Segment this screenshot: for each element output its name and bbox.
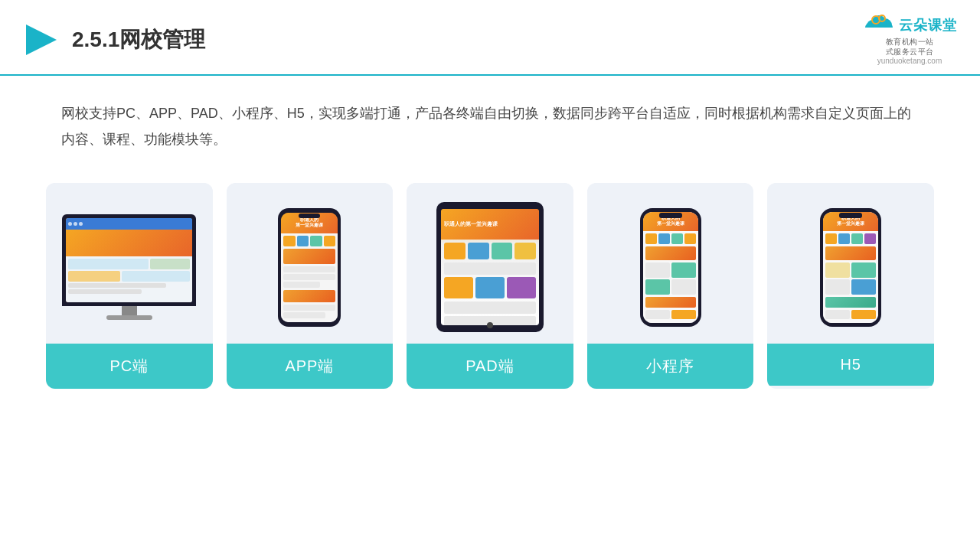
card-pc-image [46,183,213,344]
card-pad-label: PAD端 [407,344,573,389]
pad-top-text: 职通人的第一堂兴趣课 [444,220,498,228]
card-pc-label: PC端 [46,344,213,389]
phone-h5-frame: 职通人的第一堂兴趣课 [820,208,881,327]
pad-top-area: 职通人的第一堂兴趣课 [441,209,539,240]
card-h5-image: 职通人的第一堂兴趣课 [767,183,934,344]
card-miniprogram: 职通人的第一堂兴趣课 [587,183,754,389]
logo-cloud: 云朵课堂 [862,14,957,37]
phone-h5-screen: 职通人的第一堂兴趣课 [823,212,878,323]
logo-subtitle: 教育机构一站 式服务云平台 [886,37,934,57]
cards-container: PC端 职通人的第一堂兴趣课 [0,152,980,389]
logo-text: 云朵课堂 [899,16,957,34]
card-h5: 职通人的第一堂兴趣课 [767,183,934,389]
phone-notch [299,214,320,218]
pad-screen: 职通人的第一堂兴趣课 [441,209,539,325]
monitor-neck [122,306,137,315]
card-pad: 职通人的第一堂兴趣课 [407,183,573,389]
phone-mini-screen: 职通人的第一堂兴趣课 [643,212,698,323]
play-icon [23,21,60,58]
monitor-screen [66,218,192,302]
card-app-label: APP端 [227,344,394,389]
logo-url: yunduoketang.com [877,57,942,65]
logo-area: 云朵课堂 教育机构一站 式服务云平台 yunduoketang.com [862,14,957,65]
phone-mini-frame: 职通人的第一堂兴趣课 [640,208,701,327]
phone-mini-notch [659,213,682,218]
card-pad-image: 职通人的第一堂兴趣课 [407,183,573,344]
svg-rect-5 [865,28,893,35]
card-mini-label: 小程序 [587,344,754,389]
phone-app-screen: 职通人的第一堂兴趣课 [281,213,338,322]
monitor-base [106,315,152,320]
pc-monitor [58,214,200,320]
description-text: 网校支持PC、APP、PAD、小程序、H5，实现多端打通，产品各终端自由切换，数… [0,76,980,152]
page-header: 2.5.1网校管理 云朵课堂 教育机构一站 式服务云平台 yunduoketan… [0,0,980,76]
phone-app-frame: 职通人的第一堂兴趣课 [278,208,341,327]
card-app: 职通人的第一堂兴趣课 [227,183,394,389]
monitor-frame [62,214,196,306]
pad-frame: 职通人的第一堂兴趣课 [436,202,544,332]
card-pc: PC端 [46,183,213,389]
card-mini-image: 职通人的第一堂兴趣课 [587,183,754,344]
phone-h5-notch [839,213,862,218]
pad-home-button [487,322,493,328]
svg-marker-0 [26,24,57,55]
cloud-icon [862,14,896,37]
card-app-image: 职通人的第一堂兴趣课 [227,183,394,344]
card-h5-label: H5 [767,344,934,386]
page-title: 2.5.1网校管理 [72,25,205,54]
phone-top-text: 职通人的第一堂兴趣课 [296,217,323,230]
header-left: 2.5.1网校管理 [23,21,205,58]
